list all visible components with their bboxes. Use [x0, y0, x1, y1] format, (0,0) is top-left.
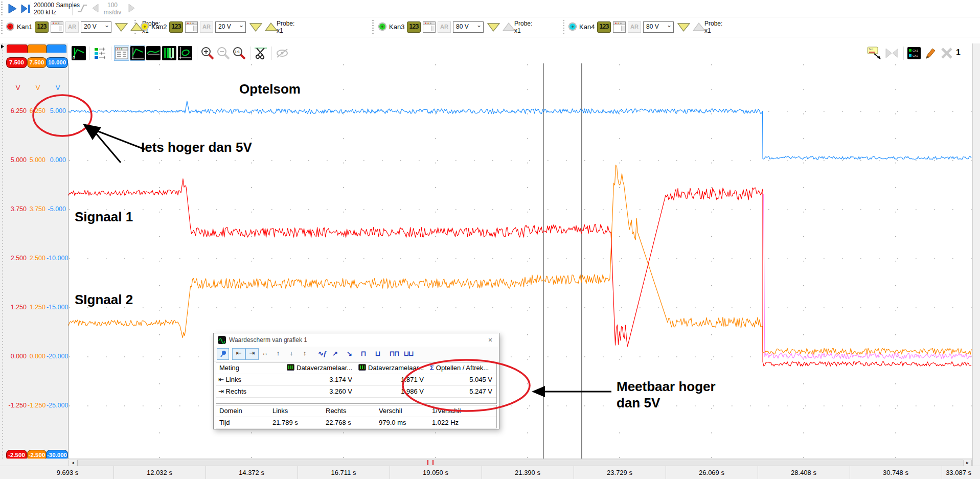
- legend-icon[interactable]: Ch1 Ch2: [907, 46, 921, 60]
- channel-levels-icon[interactable]: [93, 46, 107, 60]
- range-select[interactable]: 80 V⌄: [453, 21, 484, 33]
- annotation-meetbaar-line1: Meetbaar hoger: [617, 378, 716, 395]
- value-display-view-button[interactable]: [115, 46, 129, 60]
- cursor-down-icon[interactable]: ↓: [285, 348, 298, 359]
- channel-led-icon[interactable]: [6, 22, 14, 31]
- hide-trace-icon[interactable]: [275, 46, 289, 60]
- measure-fall-time-icon[interactable]: ↘: [347, 349, 352, 359]
- table-row-links[interactable]: ⇤ Links 3.174 V 1.871 V 5.045 V: [216, 374, 496, 386]
- zoom-in-icon[interactable]: [200, 46, 215, 60]
- range-select[interactable]: 20 V⌄: [215, 21, 246, 33]
- value-window-button[interactable]: [51, 21, 63, 33]
- toolbar-grip[interactable]: [372, 20, 374, 34]
- numeric-display-button[interactable]: 123: [35, 21, 49, 33]
- cursor-up-icon[interactable]: ↑: [272, 348, 284, 359]
- pin-icon[interactable]: [217, 348, 229, 360]
- row-label: Rechts: [226, 387, 246, 395]
- channel-group-kan2: Kan2 123 AR 20 V⌄ Probe:x1: [141, 18, 304, 36]
- one-shot-icon[interactable]: [19, 3, 32, 15]
- autorange-button[interactable]: AR: [65, 21, 79, 33]
- toolbar-grip[interactable]: [1, 2, 3, 15]
- svg-text:Ch1: Ch1: [913, 49, 919, 52]
- timebase-display[interactable]: 100 ms/div: [100, 2, 125, 16]
- time-tick-label: 28.408 s: [758, 466, 850, 479]
- measurement-table: Meting Dataverzamelaar... Dataverzamelaa…: [216, 362, 497, 404]
- autorange-button[interactable]: AR: [200, 21, 213, 33]
- graph-view-button[interactable]: [130, 46, 145, 60]
- expand-arrow-icon[interactable]: [1, 44, 5, 49]
- dialog-titlebar[interactable]: Waardescherm van grafiek 1 ×: [214, 333, 499, 347]
- cursors-vspan-icon[interactable]: ↕: [299, 348, 311, 359]
- numeric-display-button[interactable]: 123: [407, 21, 421, 33]
- measure-frequency-icon[interactable]: ∿ƒ: [318, 349, 326, 359]
- range-down-icon[interactable]: [677, 21, 691, 33]
- table-row-tijd[interactable]: Tijd 21.789 s 22.768 s 979.0 ms 1.022 Hz: [216, 417, 496, 428]
- toolbar-grip[interactable]: [1, 20, 3, 34]
- axis-max-kan3[interactable]: 10.000: [46, 57, 68, 68]
- channel-led-icon[interactable]: [378, 22, 386, 31]
- zoom-out-icon[interactable]: [216, 46, 231, 60]
- range-down-icon[interactable]: [115, 21, 128, 33]
- remove-comments-icon[interactable]: [884, 46, 898, 60]
- samples-rate-display[interactable]: 200000 Samples 200 kHz: [34, 2, 80, 16]
- autorange-button[interactable]: AR: [438, 21, 451, 33]
- axis-max-kan1[interactable]: 7.500: [6, 57, 27, 68]
- range-up-icon[interactable]: [692, 21, 706, 33]
- cut-data-icon[interactable]: [254, 46, 268, 60]
- probe-label[interactable]: Probe:x1: [514, 20, 532, 34]
- tab-kan1[interactable]: [7, 44, 28, 53]
- timebase-decrease-icon[interactable]: [90, 3, 101, 14]
- range-select[interactable]: 80 V⌄: [643, 21, 674, 33]
- table-row-rechts[interactable]: ⇥ Rechts 3.260 V 1.986 V 5.247 V: [216, 386, 496, 398]
- cursor-to-start-icon[interactable]: ⇤: [232, 348, 245, 360]
- tab-kan3[interactable]: [47, 44, 66, 53]
- channel-group-kan4: Kan4 123 AR 80 V⌄ Probe:x1: [568, 18, 732, 36]
- autoscale-zero-icon[interactable]: 0: [72, 46, 86, 60]
- probe-label[interactable]: Probe:x1: [277, 20, 294, 34]
- trigger-slope-icon[interactable]: [77, 3, 88, 14]
- value-window-dialog: Waardescherm van grafiek 1 × ⇤⇥↔↑↓↕ ∿ƒ↗↘…: [213, 333, 499, 429]
- channel-led-icon[interactable]: [568, 22, 577, 31]
- pen-tool-icon[interactable]: [923, 46, 938, 60]
- range-down-icon[interactable]: [487, 21, 500, 33]
- measure-low-pulse-icon[interactable]: ⊔: [375, 349, 380, 359]
- range-up-icon[interactable]: [264, 21, 278, 33]
- value-window-button[interactable]: [185, 21, 198, 33]
- axis-max-kan2[interactable]: 7.500: [27, 57, 47, 68]
- cursors-span-icon[interactable]: ↔: [259, 348, 271, 359]
- vertical-scrollbar[interactable]: [972, 43, 980, 479]
- xy-view-icon[interactable]: [178, 46, 192, 60]
- channel-led-icon[interactable]: [141, 22, 149, 31]
- timebase-increase-icon[interactable]: [126, 3, 137, 14]
- clear-graph-icon[interactable]: [940, 46, 954, 60]
- value-window-button[interactable]: [423, 21, 436, 33]
- svg-text:x°: x°: [170, 56, 174, 60]
- range-select[interactable]: 20 V⌄: [81, 21, 111, 33]
- measure-rise-time-icon[interactable]: ↗: [332, 349, 337, 359]
- measure-pulse-count-icon[interactable]: ⊓⊓: [390, 349, 399, 359]
- range-up-icon[interactable]: [502, 21, 516, 33]
- start-measurement-icon[interactable]: [6, 3, 18, 15]
- range-down-icon[interactable]: [249, 21, 263, 33]
- tab-kan2[interactable]: [28, 44, 47, 53]
- col-header: Dataverzamelaar...: [358, 362, 428, 374]
- time-tick-label: 14.372 s: [206, 466, 298, 479]
- close-icon[interactable]: ×: [486, 335, 495, 345]
- interpolated-graph-view-icon[interactable]: [146, 46, 161, 60]
- numeric-display-button[interactable]: 123: [597, 21, 611, 33]
- timebase-value: 100: [100, 2, 125, 9]
- spectrum-view-icon[interactable]: x°: [162, 46, 176, 60]
- measure-high-pulse-icon[interactable]: ⊓: [361, 349, 366, 359]
- horizontal-scrollbar[interactable]: ◄ ►: [68, 459, 972, 466]
- probe-label[interactable]: Probe:x1: [704, 20, 722, 34]
- cursor-to-end-icon[interactable]: ⇥: [245, 348, 259, 360]
- zoom-reset-icon[interactable]: 1:1: [232, 46, 246, 60]
- value-window-button[interactable]: [613, 21, 626, 33]
- annotation-optelsom: Optelsom: [239, 81, 301, 97]
- numeric-display-button[interactable]: 123: [169, 21, 183, 33]
- measure-gap-count-icon[interactable]: ⊔⊔: [404, 349, 413, 359]
- annotation-meetbaar: Meetbaar hoger dan 5V: [617, 378, 716, 411]
- autorange-button[interactable]: AR: [628, 21, 641, 33]
- toolbar-grip[interactable]: [563, 20, 564, 34]
- add-comment-icon[interactable]: Text: [867, 46, 881, 60]
